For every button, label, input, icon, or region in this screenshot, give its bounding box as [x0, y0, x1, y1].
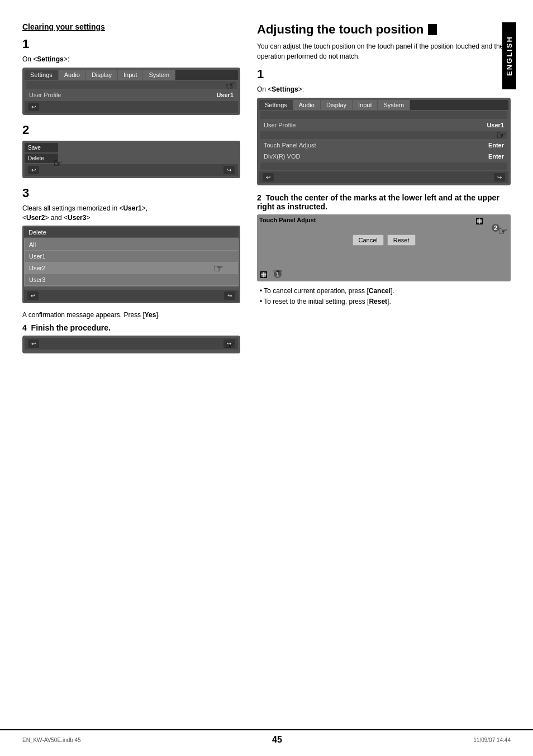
touch-cancel-row: Cancel Reset — [259, 235, 508, 246]
right-screen1-row3: DivX(R) VOD Enter — [260, 151, 507, 161]
delete-title: Delete — [24, 227, 239, 237]
right-screen1-back: ↩ — [263, 173, 274, 181]
right-tab-input: Input — [353, 100, 378, 110]
tab-input-left1: Input — [118, 70, 143, 80]
right-section-title: Adjusting the touch position — [257, 22, 511, 37]
finger-icon-upper-right: ☞ — [498, 224, 508, 238]
bullet-cancel: To cancel current operation, press [Canc… — [260, 286, 511, 296]
step2-next: ↪ — [223, 166, 235, 174]
right-step1-num: 1 — [257, 67, 511, 82]
content-area: Clearing your settings 1 On <Settings>: … — [22, 17, 511, 361]
savedelete-screen: Save Delete ↩ ↪ ☞ — [22, 141, 240, 178]
right-screen1-label3: DivX(R) VOD — [264, 153, 488, 160]
tab-system-left1: System — [143, 70, 175, 80]
left-screen1-nav: ↩ — [25, 101, 238, 113]
right-column: ENGLISH Adjusting the touch position You… — [257, 22, 511, 361]
finger-icon-3: ☞ — [213, 262, 223, 275]
right-step1-text: On <Settings>: — [257, 85, 511, 94]
upper-right-mark: 2 — [476, 218, 499, 232]
right-screen1-label2: Touch Panel Adjust — [264, 142, 488, 149]
left-step2: 2 Save Delete ↩ ↪ ☞ — [22, 123, 240, 178]
step4-back: ↩ — [28, 339, 39, 348]
tab-settings-left1: Settings — [25, 70, 59, 80]
step4-screen: ↩ ↪ ☞ — [22, 336, 240, 353]
touch-panel-title: Touch Panel Adjust — [259, 217, 508, 223]
delete-list: All User1 User2 User3 — [24, 238, 239, 286]
right-screen1-row1: User Profile User1 — [260, 120, 507, 130]
delete-item-user2: User2 — [25, 262, 238, 274]
cancel-button[interactable]: Cancel — [353, 235, 384, 246]
right-screen1-value1: User1 — [487, 122, 504, 128]
right-step2: 2 Touch the center of the marks at the l… — [257, 193, 511, 307]
right-screen1: Settings Audio Display Input System User… — [257, 98, 511, 185]
left-screen1-label: User Profile — [29, 92, 216, 98]
step4-nav: ↩ ↪ — [25, 338, 238, 350]
confirmation-text: A confirmation message appears. Press [Y… — [22, 311, 240, 319]
right-screen1-value2: Enter — [488, 142, 504, 149]
left-step1-text: On <Settings>: — [22, 55, 240, 64]
right-screen1-tab-row: Settings Audio Display Input System — [259, 100, 508, 110]
finger-icon-2: ☞ — [53, 156, 63, 170]
right-tab-settings: Settings — [259, 100, 293, 110]
left-screen1-back: ↩ — [28, 103, 39, 111]
title-bar-icon — [428, 24, 437, 35]
tab-audio-left1: Audio — [59, 70, 86, 80]
right-step2-text: Touch the center of the marks at the low… — [257, 193, 499, 211]
save-btn: Save — [25, 143, 58, 152]
finger-icon-lower-left: ☞ — [273, 266, 283, 279]
footer-right-text: 11/09/07 14:44 — [473, 737, 511, 743]
left-step1: 1 On <Settings>: Settings Audio Display … — [22, 37, 240, 115]
right-title-text: Adjusting the touch position — [257, 22, 423, 37]
tab-display-left1: Display — [86, 70, 118, 80]
right-screen1-nav: ↩ ↪ — [259, 171, 508, 183]
step2-back: ↩ — [28, 166, 39, 174]
right-screen1-next: ↪ — [494, 173, 505, 181]
page-number: 45 — [272, 735, 282, 745]
bullet-list: To cancel current operation, press [Canc… — [257, 286, 511, 307]
delete-screen: Delete All User1 User2 User3 ↩ ↪ ☞ — [22, 226, 240, 303]
delete-item-user1: User1 — [25, 251, 238, 262]
page-container: Clearing your settings 1 On <Settings>: … — [0, 0, 533, 756]
delete-item-user3: User3 — [25, 274, 238, 286]
right-step2-bold: 2 Touch the center of the marks at the l… — [257, 193, 511, 211]
left-step2-num: 2 — [22, 123, 240, 137]
left-screen1: Settings Audio Display Input System User… — [22, 68, 240, 115]
finger-icon-r1: ☞ — [496, 128, 506, 142]
left-step3-num: 3 — [22, 186, 240, 200]
page-footer: EN_KW-AV50E.indb 45 45 11/09/07 14:44 — [0, 729, 533, 745]
left-screen1-row: User Profile User1 — [26, 90, 237, 100]
bullet-reset: To reset to the initial setting, press [… — [260, 296, 511, 307]
left-screen1-tab-row: Settings Audio Display Input System — [25, 70, 238, 80]
left-step3: 3 Clears all settings memorized in <User… — [22, 186, 240, 304]
right-tab-display: Display — [321, 100, 353, 110]
left-step1-num: 1 — [22, 37, 240, 51]
left-step4: 4 Finish the procedure. ↩ ↪ ☞ — [22, 323, 240, 353]
intro-text: You can adjust the touch position on the… — [257, 41, 511, 61]
right-screen1-value3: Enter — [488, 153, 504, 160]
step3-back: ↩ — [27, 291, 39, 300]
left-column: Clearing your settings 1 On <Settings>: … — [22, 22, 240, 361]
left-section-title: Clearing your settings — [22, 22, 240, 31]
left-step4-num-label: 4 Finish the procedure. — [22, 323, 240, 332]
footer-left-text: EN_KW-AV50E.indb 45 — [22, 737, 81, 743]
step3-next: ↪ — [224, 291, 235, 300]
delete-item-all: All — [25, 239, 238, 251]
right-screen1-row2: Touch Panel Adjust Enter — [260, 140, 507, 150]
right-tab-audio: Audio — [293, 100, 321, 110]
english-tab: ENGLISH — [502, 22, 516, 89]
right-screen1-label1: User Profile — [264, 122, 487, 128]
clears-text: Clears all settings memorized in <User1>… — [22, 204, 240, 223]
step3-nav: ↩ ↪ — [24, 290, 239, 302]
finger-icon-4: ☞ — [225, 338, 235, 352]
right-step1: 1 On <Settings>: Settings Audio Display … — [257, 67, 511, 185]
touch-panel-screen: Touch Panel Adjust 2 ☞ Cancel — [257, 214, 511, 281]
left-step4-text: Finish the procedure. — [31, 323, 111, 332]
right-tab-system: System — [378, 100, 410, 110]
reset-button[interactable]: Reset — [387, 235, 416, 246]
